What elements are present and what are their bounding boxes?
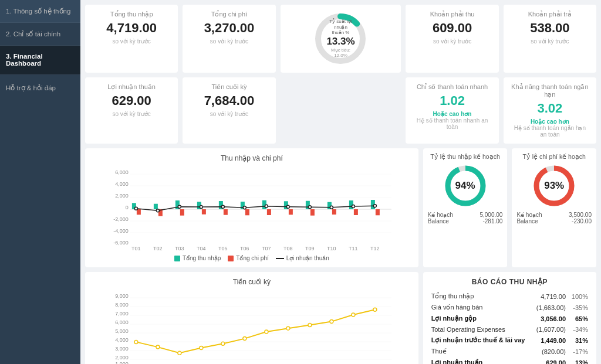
svg-text:T02: T02 xyxy=(153,246,163,251)
line-chart-svg: 9,000 8,000 7,000 6,000 5,000 4,000 3,00… xyxy=(91,290,413,364)
profit-line xyxy=(136,206,375,210)
middle-section: Thu nhập và chi phí 6,000 4,000 2,000 0 … xyxy=(85,148,596,267)
donut-chart: Tỷ suất lợi nhuậnthuần % 13.3% Mục tiêu:… xyxy=(311,9,370,68)
main-content: Tổng thu nhập 4,719.00 so với kỳ trước T… xyxy=(80,0,601,364)
sidebar-item-chi-so[interactable]: 2. Chỉ số tài chính xyxy=(0,23,80,46)
bar-expense-t06 xyxy=(245,209,249,215)
bar-expense-t04 xyxy=(202,209,206,215)
svg-text:-2,000: -2,000 xyxy=(113,216,129,222)
kpi-chi-so-thanh-toan-nhanh: Chỉ số thanh toán nhanh 1.02 Hoặc cao hơ… xyxy=(406,77,498,144)
legend-profit-line xyxy=(276,258,284,259)
profit-dot-t02 xyxy=(156,209,159,212)
bar-expense-t03 xyxy=(180,209,184,216)
svg-text:3,000: 3,000 xyxy=(115,346,129,352)
line-chart-polyline xyxy=(136,309,375,353)
income-report-card: BÁO CÁO THU NHẬP Tổng thu nhập 4,719.00 … xyxy=(423,272,596,364)
bar-expense-t05 xyxy=(224,209,228,215)
line-dot-t06 xyxy=(243,337,247,341)
bar-expense-t10 xyxy=(332,209,336,215)
legend-income-color xyxy=(174,256,180,261)
svg-text:T08: T08 xyxy=(283,246,293,251)
legend-expense: Tổng chi phí xyxy=(228,255,268,261)
donut-expense-plan: Tỷ lệ chi phí kế hoạch 93% Kế hoạch3,500… xyxy=(512,148,596,267)
spacer xyxy=(281,77,401,144)
kpi-tong-chi-phi: Tổng chi phí 3,270.00 so với kỳ trước xyxy=(183,5,275,73)
kpi-kha-nang-thanh-toan: Khả năng thanh toán ngắn hạn 3.02 Hoặc c… xyxy=(504,77,596,144)
table-row: Giá vốn hàng bán (1,663.00) -35% xyxy=(429,302,590,313)
svg-text:4,000: 4,000 xyxy=(115,181,129,187)
svg-text:T11: T11 xyxy=(349,246,358,251)
table-row: Lợi nhuận gộp 3,056.00 65% xyxy=(429,313,590,324)
donut-revenue-chart: 94% xyxy=(442,162,489,209)
bar-chart-card: Thu nhập và chi phí 6,000 4,000 2,000 0 … xyxy=(85,148,418,267)
donut-revenue-pct: 94% xyxy=(455,180,475,192)
table-row: Total Operating Expenses (1,607.00) -34% xyxy=(429,324,590,335)
donut-revenue-stats: Kế hoạch5,000.00 Balance-281.00 xyxy=(428,212,503,224)
donut-revenue-plan: Tỷ lệ thu nhập kế hoạch 94% Kế hoạch5,00… xyxy=(423,148,508,267)
legend-profit: Lợi nhuận thuần xyxy=(276,255,329,261)
bar-expense-t08 xyxy=(289,209,293,215)
bottom-section: Tiền cuối kỳ 9,000 8,000 7,000 6,000 5,0… xyxy=(85,272,596,364)
table-row: Lợi nhuận trước thuế & lãi vay 1,449.00 … xyxy=(429,335,590,346)
bar-chart-legend: Tổng thu nhập Tổng chi phí Lợi nhuận thu… xyxy=(91,255,413,261)
bar-expense-t01 xyxy=(137,209,141,215)
svg-text:9,000: 9,000 xyxy=(115,293,129,299)
profit-dot-t06 xyxy=(243,206,246,209)
profit-dot-t05 xyxy=(221,205,224,208)
svg-text:7,000: 7,000 xyxy=(115,311,129,317)
kpi-tong-thu-nhap: Tổng thu nhập 4,719.00 so với kỳ trước xyxy=(85,5,178,73)
kpi-top-row: Tổng thu nhập 4,719.00 so với kỳ trước T… xyxy=(85,5,596,73)
sidebar-item-thong-so[interactable]: 1. Thông số hệ thống xyxy=(0,0,80,23)
svg-text:T03: T03 xyxy=(175,246,184,251)
sidebar-item-support[interactable]: Hỗ trợ & hỏi đáp xyxy=(0,77,80,99)
svg-text:0: 0 xyxy=(126,205,129,210)
svg-text:1,000: 1,000 xyxy=(115,361,129,364)
bar-income-t02 xyxy=(154,204,158,209)
svg-text:T05: T05 xyxy=(218,246,228,251)
svg-text:6,000: 6,000 xyxy=(115,169,129,175)
khoan-phai-thu: Khoản phải thu 609.00 so với kỳ trước xyxy=(406,5,498,73)
svg-text:T04: T04 xyxy=(197,246,206,251)
donut-kpi-section: Tỷ lệ thu nhập kế hoạch 94% Kế hoạch5,00… xyxy=(423,148,596,267)
table-row: Thuế (820.00) -17% xyxy=(429,346,590,357)
svg-text:2,000: 2,000 xyxy=(115,355,129,360)
donut-expense-chart: 93% xyxy=(531,162,578,209)
svg-text:2,000: 2,000 xyxy=(115,193,129,199)
svg-text:4,000: 4,000 xyxy=(115,337,129,343)
svg-text:T01: T01 xyxy=(131,246,141,251)
profit-dot-t07 xyxy=(265,205,268,207)
line-dot-t01 xyxy=(134,340,138,343)
table-row: Lợi nhuận thuần 629.00 13% xyxy=(429,357,590,364)
legend-expense-color xyxy=(228,256,234,261)
bar-expense-t12 xyxy=(376,209,380,215)
svg-text:T10: T10 xyxy=(327,246,336,251)
line-dot-t10 xyxy=(330,320,333,324)
profit-dot-t11 xyxy=(352,205,354,208)
line-dot-t03 xyxy=(178,351,181,355)
line-dot-t05 xyxy=(221,342,225,345)
svg-text:T12: T12 xyxy=(370,246,380,251)
line-dot-t02 xyxy=(156,345,160,349)
bar-chart-svg: 6,000 4,000 2,000 0 -2,000 -4,000 -6,000 xyxy=(91,166,413,251)
svg-text:-6,000: -6,000 xyxy=(113,240,129,246)
donut-expense-stats: Kế hoạch3,500.00 Balance-230.00 xyxy=(516,212,592,224)
profit-dot-t08 xyxy=(286,205,289,208)
line-dot-t04 xyxy=(200,346,203,350)
line-dot-t08 xyxy=(286,326,290,330)
line-dot-t09 xyxy=(308,323,312,326)
svg-text:8,000: 8,000 xyxy=(115,302,129,308)
legend-income: Tổng thu nhập xyxy=(174,255,221,261)
kpi-tien-cuoi-ky: Tiền cuối kỳ 7,684.00 so với kỳ trước xyxy=(183,77,275,144)
svg-text:5,000: 5,000 xyxy=(115,328,129,334)
sidebar-item-dashboard[interactable]: 3. Financial Dashboard xyxy=(0,46,80,74)
report-table: Tổng thu nhập 4,719.00 100% Giá vốn hàng… xyxy=(429,291,590,364)
profit-dot-t01 xyxy=(134,207,137,210)
line-dot-t12 xyxy=(373,308,377,311)
kpi-loi-nhuan-thuan: Lợi nhuận thuần 629.00 so với kỳ trước xyxy=(85,77,178,144)
kpi-row2: Lợi nhuận thuần 629.00 so với kỳ trước T… xyxy=(85,77,596,144)
donut-expense-pct: 93% xyxy=(544,180,564,192)
bar-expense-t07 xyxy=(267,209,271,215)
profit-dot-t10 xyxy=(330,206,333,209)
sidebar: 1. Thông số hệ thống 2. Chỉ số tài chính… xyxy=(0,0,80,364)
profit-dot-t03 xyxy=(178,205,181,208)
